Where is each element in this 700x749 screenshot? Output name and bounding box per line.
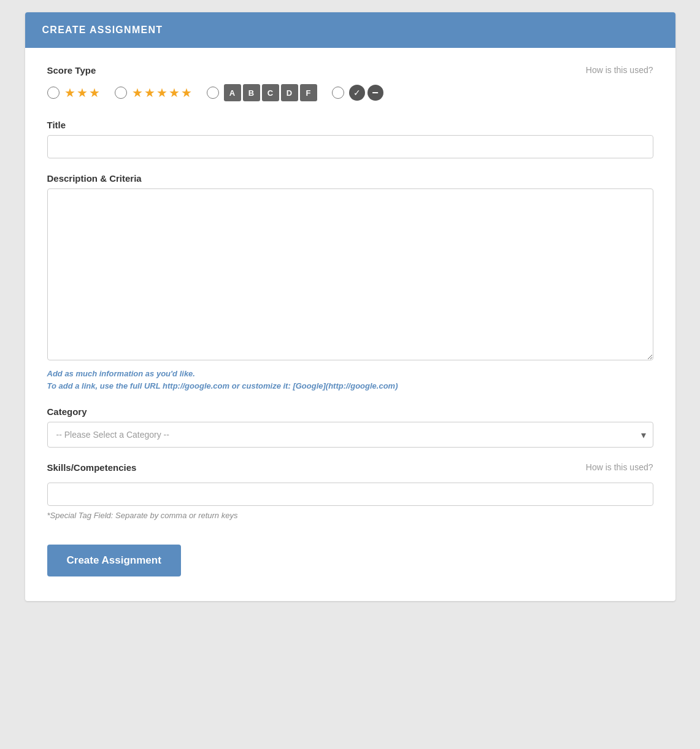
category-select-wrapper: -- Please Select a Category -- ▾	[47, 422, 653, 448]
description-help-text: Add as much information as you'd like. T…	[47, 368, 653, 392]
help-link-1: http://google.com	[163, 381, 229, 390]
grade-f: F	[300, 84, 317, 101]
score-radio-3star[interactable]	[47, 87, 60, 99]
grade-d: D	[281, 84, 298, 101]
card-body: Score Type How is this used? ★ ★ ★ ★ ★ ★	[25, 48, 675, 601]
score-radio-letter[interactable]	[207, 87, 219, 99]
score-type-section-header: Score Type How is this used?	[47, 65, 653, 76]
skills-how-used-link[interactable]: How is this used?	[586, 462, 653, 472]
card-title: CREATE ASSIGNMENT	[42, 25, 658, 36]
title-field-group: Title	[47, 120, 653, 158]
score-radio-5star[interactable]	[115, 87, 127, 99]
category-label: Category	[47, 406, 653, 417]
star-1: ★	[132, 87, 143, 99]
skills-section-header: Skills/Competencies How is this used?	[47, 462, 653, 478]
description-field-group: Description & Criteria Add as much infor…	[47, 173, 653, 392]
pass-fail-display: ✓ −	[349, 85, 383, 101]
title-input[interactable]	[47, 135, 653, 158]
score-type-how-used-link[interactable]: How is this used?	[586, 65, 653, 75]
score-radio-passfail[interactable]	[332, 87, 344, 99]
star-2: ★	[77, 87, 88, 99]
help-line-1: Add as much information as you'd like.	[47, 369, 195, 378]
description-textarea[interactable]	[47, 188, 653, 360]
score-option-5star[interactable]: ★ ★ ★ ★ ★	[115, 87, 192, 99]
score-option-passfail[interactable]: ✓ −	[332, 85, 383, 101]
score-type-label: Score Type	[47, 65, 96, 76]
card-header: CREATE ASSIGNMENT	[25, 12, 675, 48]
grade-a: A	[224, 84, 241, 101]
fail-icon: −	[367, 85, 383, 101]
star-3: ★	[89, 87, 100, 99]
star-3: ★	[156, 87, 167, 99]
skills-input[interactable]	[47, 483, 653, 506]
category-select[interactable]: -- Please Select a Category --	[47, 422, 653, 448]
letter-grade-display: A B C D F	[224, 84, 317, 101]
skills-label: Skills/Competencies	[47, 462, 137, 473]
pass-icon: ✓	[349, 85, 365, 101]
grade-c: C	[262, 84, 279, 101]
help-line-2-mid: or customize it:	[229, 381, 293, 390]
score-option-3star[interactable]: ★ ★ ★	[47, 87, 100, 99]
star-1: ★	[64, 87, 75, 99]
five-star-display: ★ ★ ★ ★ ★	[132, 87, 192, 99]
help-link-2: [Google](http://google.com)	[293, 381, 398, 390]
grade-b: B	[243, 84, 260, 101]
help-line-2-prefix: To add a link, use the full URL	[47, 381, 163, 390]
create-assignment-card: CREATE ASSIGNMENT Score Type How is this…	[25, 12, 675, 601]
title-label: Title	[47, 120, 653, 130]
star-4: ★	[169, 87, 180, 99]
category-field-group: Category -- Please Select a Category -- …	[47, 406, 653, 448]
star-5: ★	[181, 87, 192, 99]
special-tag-help-text: *Special Tag Field: Separate by comma or…	[47, 511, 653, 520]
three-star-display: ★ ★ ★	[64, 87, 100, 99]
create-assignment-button[interactable]: Create Assignment	[47, 545, 181, 576]
score-type-options: ★ ★ ★ ★ ★ ★ ★ ★ A	[47, 84, 653, 101]
description-label: Description & Criteria	[47, 173, 653, 184]
star-2: ★	[144, 87, 155, 99]
score-option-letter[interactable]: A B C D F	[207, 84, 317, 101]
skills-field-group: Skills/Competencies How is this used? *S…	[47, 462, 653, 520]
